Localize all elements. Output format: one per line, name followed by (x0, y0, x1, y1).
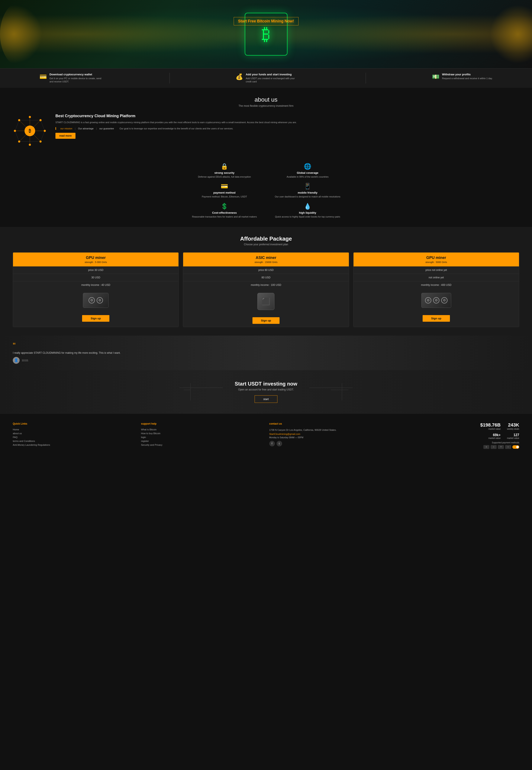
payment-icon-eth: Ξ (491, 445, 497, 449)
step-1-desc: Get it on your PC or mobile device to cr… (49, 77, 103, 83)
package-3-signup: Sign up (354, 312, 519, 325)
step-2-title: Add your funds and start investing (246, 73, 300, 76)
liquidity-icon: 💧 (275, 203, 341, 210)
signup-button-2[interactable]: Sign up (252, 317, 280, 324)
hero-cta-text[interactable]: Start Free Bitcoin Mining Now! (233, 17, 298, 25)
tab-our-mission[interactable]: our mission (58, 127, 75, 130)
market-cap-value: $198.76B (480, 422, 500, 428)
fan-icon-4: ⚙ (433, 297, 439, 304)
package-3-row-1: price not online yet (354, 267, 519, 274)
about-heading: Best Cryptocurrency Cloud Mining Platfor… (55, 114, 519, 118)
package-header-2: ASIC miner strength : 15000 GH/s (183, 253, 349, 267)
quote-mark: " (13, 342, 519, 350)
testimonial-text: I really appreciate START CLOUDMINING fo… (13, 351, 519, 354)
feature-mobile-desc: Our user dashboard is designed to match … (275, 195, 341, 198)
feature-liquidity-name: high liquidity (275, 211, 341, 214)
feature-security-desc: Defense against DDoS attacks, full data … (191, 175, 258, 178)
package-1-rows: price 30 USD 30 USD monthly income : 40 … (13, 267, 178, 289)
feature-security: 🔒 strong security Defense against DDoS a… (191, 163, 258, 178)
package-2-strength: strength : 15000 GH/s (186, 261, 346, 264)
support-title: support help (141, 422, 263, 425)
features-section: 🔒 strong security Defense against DDoS a… (0, 156, 532, 227)
package-1-row-1: price 30 USD (13, 267, 178, 274)
step-item-2: 💰 Add your funds and start investing Add… (236, 73, 300, 83)
testimonial-section: " I really appreciate START CLOUDMINING … (0, 336, 532, 370)
signup-button-1[interactable]: Sign up (82, 315, 109, 322)
social-icons: f t (269, 441, 391, 446)
about-description: START CLOUDMINING is a fast growing onli… (55, 120, 519, 124)
fan-icon-1: ⚙ (88, 297, 95, 304)
package-2-row-2: 80 USD (183, 274, 349, 281)
supported-payments: Supported payment methods ₿ Ξ ₮ V (397, 441, 519, 449)
package-3-row-3: monthly income : 400 USD (354, 281, 519, 289)
cost-icon: 💲 (191, 203, 258, 210)
footer-contact: contact us 1738 N Canyon Dr Los Angeles,… (269, 422, 391, 449)
feature-cost: 💲 Cost-effectiveness Reasonable transact… (191, 203, 258, 219)
author-avatar: 👤 (13, 357, 20, 364)
footer-link-what-bitcoin[interactable]: What is Bitcoin (141, 428, 263, 431)
tab-our-guarantee[interactable]: our guarantee (97, 127, 117, 130)
testimonial-author: 👤 11111 (13, 357, 519, 364)
toggle-track[interactable] (512, 445, 519, 449)
read-more-button[interactable]: read more (55, 133, 75, 139)
footer-link-faq[interactable]: FAQ (13, 436, 135, 438)
fan-icon-3: ⚙ (425, 297, 431, 304)
package-2-row-3: monthly income : 100 USD (183, 281, 349, 289)
dark-mode-toggle[interactable] (512, 445, 519, 449)
package-header-1: GPU miner strength : 5 000 GH/s (13, 253, 178, 267)
package-card-2: ASIC miner strength : 15000 GH/s price 8… (183, 252, 349, 327)
network-graphic: ₿ (13, 114, 47, 148)
package-1-image: ⚙ ⚙ (13, 289, 178, 312)
signup-button-3[interactable]: Sign up (423, 315, 450, 322)
security-icon: 🔒 (191, 163, 258, 170)
feature-payment-desc: Payment method: Bitcoin, Ethereum, USDT (191, 195, 258, 198)
stat-mv2: 127 market value (507, 433, 519, 439)
stat-market-cap: $198.76B market value (480, 422, 500, 430)
footer-link-home[interactable]: Home (13, 428, 135, 431)
mv2-label: market value (507, 437, 519, 439)
packages-title: Affordable Package (13, 236, 519, 242)
svg-point-14 (29, 116, 31, 118)
packages-subtitle: Choose your preferred investment plan (13, 243, 519, 246)
gpu-visual-1: ⚙ ⚙ (83, 293, 109, 308)
contact-address: 1738 N Canyon Dr Los Angeles, California… (269, 428, 391, 432)
footer-link-login[interactable]: login (141, 436, 263, 438)
weekly-deals-value: 243K (507, 422, 519, 428)
feature-liquidity-desc: Quick access to highly liquid order book… (275, 215, 341, 219)
contact-email[interactable]: StartCloudmining@gmail.com (269, 433, 391, 435)
facebook-icon[interactable]: f (269, 441, 275, 446)
svg-point-21 (29, 144, 31, 146)
footer-stats: $198.76B market value 243K weekly deals … (397, 422, 519, 449)
toggle-thumb (516, 446, 519, 448)
feature-mobile: 📱 mobile friendly Our user dashboard is … (275, 183, 341, 198)
feature-payment-name: payment method (191, 191, 258, 194)
package-card-3: GPU miner strength : 5000 GH/s price not… (353, 252, 519, 327)
footer-link-aml[interactable]: Anti-Money Laundering Regulations (13, 444, 135, 446)
step-3-title: Withdraw your profits (442, 73, 493, 76)
asic-visual: ⬛ (257, 293, 274, 310)
twitter-icon[interactable]: t (277, 441, 282, 446)
package-2-signup: Sign up (183, 314, 349, 327)
package-1-name: GPU miner (16, 256, 175, 260)
step-3-desc: Request a withdrawal and receive it with… (442, 77, 493, 80)
footer-link-security[interactable]: Security and Privacy (141, 444, 263, 446)
footer-link-terms[interactable]: terms and Conditions (13, 440, 135, 442)
footer-link-register[interactable]: register (141, 440, 263, 442)
payment-icon-usdt: ₮ (498, 445, 504, 449)
footer-link-how-buy[interactable]: How to buy Bitcoin (141, 432, 263, 435)
cta-button[interactable]: start (255, 395, 277, 403)
svg-point-16 (39, 119, 42, 121)
tab-our-advantage[interactable]: Our advantage (75, 127, 96, 130)
stat-mv1: 69k+ market value (489, 433, 501, 439)
market-cap-label: market value (480, 428, 500, 430)
step-2-desc: Add USDT you created or exchanged with y… (246, 77, 300, 83)
footer-link-about[interactable]: about us (13, 432, 135, 435)
package-3-name: GPU miner (357, 256, 516, 260)
svg-line-12 (41, 131, 45, 141)
feature-cost-desc: Reasonable transaction fees for traders … (191, 215, 258, 219)
wallet-icon: 💳 (39, 73, 47, 80)
cta-content: Start USDT investing now Open an account… (13, 381, 519, 403)
mv1-label: market value (489, 437, 501, 439)
package-1-strength: strength : 5 000 GH/s (16, 261, 175, 264)
feature-global: 🌐 Global coverage Available in 99% of th… (275, 163, 341, 178)
